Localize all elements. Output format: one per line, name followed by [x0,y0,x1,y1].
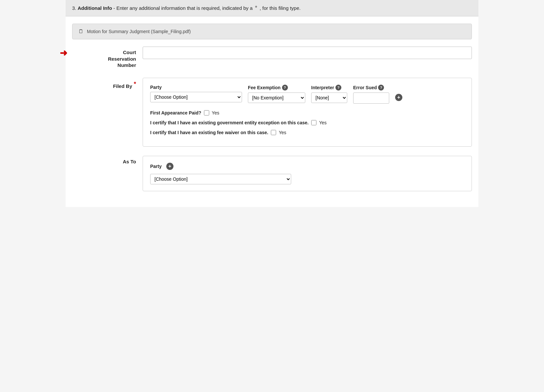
government-entity-checkbox[interactable] [311,120,316,125]
section-header: 3. Additional Info - Enter any additiona… [66,0,478,16]
interpreter-label-text: Interpreter [311,85,334,90]
government-entity-label: I certify that I have an existing govern… [150,120,309,125]
first-appearance-checkbox[interactable] [204,110,209,115]
section-number: 3. [72,5,76,11]
arrow-icon: ➜ [60,47,67,59]
fee-waiver-yes-label: Yes [279,130,286,135]
as-to-party-header-row: Party + [150,163,464,170]
as-to-party-select[interactable]: [Choose Option] [150,174,291,184]
error-sued-help-icon[interactable]: ? [378,85,384,91]
fee-exemption-label: Fee Exemption ? [248,85,305,91]
as-to-label-text: As To [123,159,136,164]
as-to-add-button[interactable]: + [166,163,173,170]
fee-exemption-label-text: Fee Exemption [248,85,281,90]
filed-by-required-star: * [132,81,136,87]
fee-waiver-label: I certify that I have an existing fee wa… [150,130,268,135]
error-sued-label-text: Error Sued [353,85,377,90]
fee-waiver-row: I certify that I have an existing fee wa… [150,130,464,135]
interpreter-label: Interpreter ? [311,85,347,91]
section-title: Additional Info [78,5,112,11]
interpreter-help-icon[interactable]: ? [335,85,341,91]
fee-exemption-help-icon[interactable]: ? [282,85,288,91]
court-reservation-label: ➜ Court Reservation Number [72,47,143,69]
court-reservation-content [143,47,472,59]
add-party-button[interactable]: + [395,94,402,101]
error-sued-input[interactable] [353,93,389,104]
section-description-end: , for this filing type. [260,5,301,11]
party-label-text: Party [150,85,162,90]
add-party-column: + [395,85,402,101]
interpreter-column: Interpreter ? [None] [311,85,347,103]
filed-by-box: Party [Choose Option] Fee Exemption ? [143,78,472,147]
interpreter-select[interactable]: [None] [311,93,347,103]
file-banner: 🗒 Motion for Summary Judgment (Sample_Fi… [72,24,472,39]
party-column: Party [Choose Option] [150,85,242,102]
party-columns-row: Party [Choose Option] Fee Exemption ? [150,85,464,104]
fee-exemption-select[interactable]: [No Exemption] [248,93,305,103]
error-sued-column: Error Sued ? [353,85,389,104]
filed-by-row: Filed By * Party [Choose Option] [72,78,472,147]
fee-exemption-column: Fee Exemption ? [No Exemption] [248,85,305,103]
court-reservation-input[interactable] [143,47,472,59]
party-column-label: Party [150,85,242,90]
court-reservation-label-line3: Number [117,62,136,68]
as-to-row: As To Party + [Choose Option] [72,156,472,191]
page-container: 3. Additional Info - Enter any additiona… [66,0,478,207]
filed-by-label: Filed By * [72,78,143,90]
first-appearance-label: First Appearance Paid? [150,110,201,115]
government-entity-yes-label: Yes [319,120,327,125]
form-body: ➜ Court Reservation Number Filed By * [66,47,478,207]
error-sued-label: Error Sued ? [353,85,389,91]
as-to-label: As To [72,156,143,165]
as-to-party-label: Party [150,164,162,169]
government-entity-row: I certify that I have an existing govern… [150,120,464,125]
court-reservation-row: ➜ Court Reservation Number [72,47,472,69]
required-asterisk: * [255,5,257,11]
party-select[interactable]: [Choose Option] [150,92,242,102]
file-icon: 🗒 [78,29,84,34]
filed-by-content: Party [Choose Option] Fee Exemption ? [143,78,472,147]
as-to-content: Party + [Choose Option] [143,156,472,191]
file-label: Motion for Summary Judgment (Sample_Fili… [87,29,191,34]
section-description: Enter any additional information that is… [116,5,252,11]
court-reservation-label-line1: Court [123,50,136,55]
first-appearance-yes-label: Yes [212,110,219,115]
fee-waiver-checkbox[interactable] [271,130,276,135]
filed-by-label-text: Filed By [113,83,132,89]
section-dash: - [113,5,116,11]
as-to-box: Party + [Choose Option] [143,156,472,191]
first-appearance-row: First Appearance Paid? Yes [150,110,464,115]
court-reservation-label-line2: Reservation [108,56,136,62]
